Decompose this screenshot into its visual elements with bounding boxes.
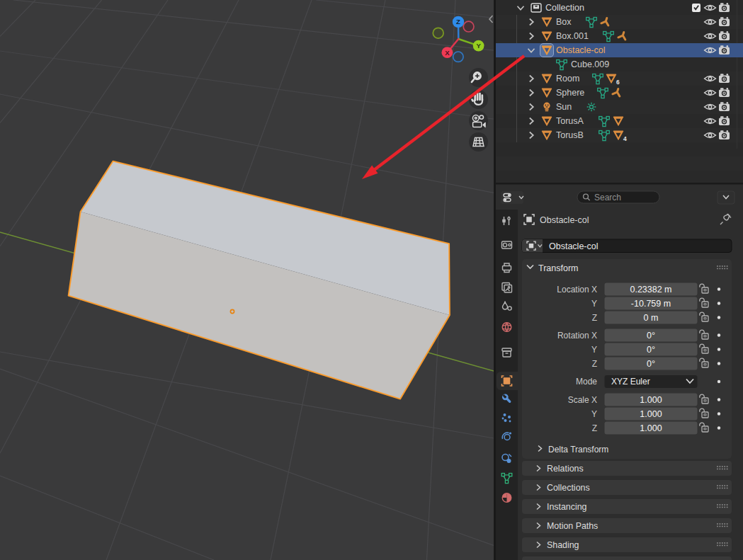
svg-text:Z: Z	[592, 423, 597, 433]
svg-text:TorusB: TorusB	[556, 130, 584, 140]
svg-text:0 m: 0 m	[644, 313, 659, 323]
svg-text:Delta Transform: Delta Transform	[548, 445, 608, 455]
svg-text:Z: Z	[592, 359, 597, 369]
svg-text:Relations: Relations	[547, 464, 584, 474]
svg-text:Rotation X: Rotation X	[557, 331, 597, 341]
svg-text:TorusA: TorusA	[556, 116, 584, 126]
svg-text:-10.759 m: -10.759 m	[631, 299, 671, 309]
svg-text:Obstacle-col: Obstacle-col	[556, 45, 605, 55]
svg-text:Scale X: Scale X	[568, 395, 597, 405]
svg-text:Room: Room	[556, 74, 579, 84]
svg-text:Collection: Collection	[545, 3, 584, 13]
svg-text:Y: Y	[591, 299, 597, 309]
svg-text:Sun: Sun	[556, 102, 572, 112]
svg-text:Y: Y	[476, 42, 481, 50]
svg-text:0.23382 m: 0.23382 m	[630, 285, 671, 295]
svg-text:Z: Z	[592, 313, 597, 323]
svg-text:Y: Y	[591, 409, 597, 419]
svg-text:Collections: Collections	[547, 483, 590, 493]
svg-text:1.000: 1.000	[640, 423, 662, 433]
svg-text:4: 4	[623, 135, 627, 142]
svg-text:X: X	[445, 49, 450, 57]
svg-text:Z: Z	[456, 18, 460, 25]
svg-text:Cube.009: Cube.009	[571, 59, 609, 69]
svg-text:Shading: Shading	[547, 540, 579, 550]
svg-text:Location X: Location X	[557, 285, 597, 295]
svg-text:1.000: 1.000	[640, 395, 662, 405]
svg-text:Mode: Mode	[576, 377, 597, 387]
svg-text:Motion Paths: Motion Paths	[547, 521, 598, 531]
svg-text:Transform: Transform	[538, 263, 579, 273]
svg-text:XYZ Euler: XYZ Euler	[611, 377, 650, 387]
svg-text:Obstacle-col: Obstacle-col	[540, 215, 589, 225]
svg-text:Y: Y	[591, 345, 597, 355]
svg-text:1.000: 1.000	[640, 409, 662, 419]
svg-text:Instancing: Instancing	[547, 502, 587, 512]
svg-text:Obstacle-col: Obstacle-col	[549, 241, 598, 251]
svg-text:Search: Search	[594, 193, 621, 202]
svg-text:0°: 0°	[647, 359, 655, 369]
svg-text:Box.001: Box.001	[556, 31, 589, 41]
svg-text:0°: 0°	[647, 345, 655, 355]
svg-text:Sphere: Sphere	[556, 88, 584, 98]
svg-text:Box: Box	[556, 17, 572, 27]
svg-text:6: 6	[616, 79, 620, 86]
svg-text:0°: 0°	[647, 331, 655, 341]
